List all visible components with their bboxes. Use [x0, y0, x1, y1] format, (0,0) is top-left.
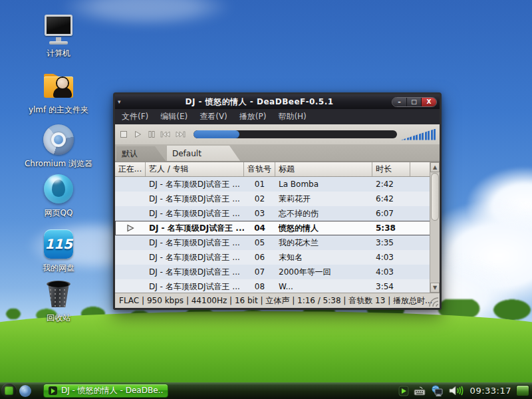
home-folder-icon [43, 70, 74, 102]
column-header-title[interactable]: 标题 [275, 162, 372, 176]
pause-button[interactable] [146, 128, 156, 140]
scrollbar-thumb[interactable] [431, 173, 439, 221]
keyboard-tray-icon[interactable] [414, 386, 426, 396]
playlist-tabbar: 默认 Default [115, 145, 440, 162]
start-menu-button[interactable] [1, 383, 17, 398]
scroll-up-icon[interactable]: ▲ [430, 162, 440, 172]
table-row[interactable]: DJ - 名车顶级DJ试音王 ...01La Bomba2:42 [115, 177, 434, 192]
playlist: 正在... 艺人 / 专辑 音轨号 标题 时长 DJ - 名车顶级DJ试音王 .… [115, 162, 440, 293]
ylmf-logo-icon [5, 386, 13, 395]
taskbar-item-label: DJ - 愤怒的情人 - DeaDBe… [61, 385, 163, 396]
scroll-down-icon[interactable]: ▼ [430, 283, 440, 293]
seek-bar[interactable] [194, 130, 397, 138]
computer-icon [43, 13, 74, 45]
menu-file[interactable]: 文件(F) [122, 111, 148, 122]
taskbar-chromium-icon[interactable] [19, 385, 31, 397]
taskbar: DJ - 愤怒的情人 - DeaDBe… 09:33:17 [0, 382, 532, 399]
maximize-button[interactable]: □ [407, 98, 422, 106]
tab-default[interactable]: Default [167, 146, 240, 161]
table-row-playing[interactable]: DJ - 名车顶级DJ试音王 ...04愤怒的情人5:38 [115, 221, 434, 235]
desktop-icon-netdisk[interactable]: 115 我的网盘 [22, 228, 95, 274]
table-row[interactable]: DJ - 名车顶级DJ试音王 ...06末知名4:03 [115, 250, 434, 265]
desktop-icon-label: 网页QQ [22, 207, 95, 219]
volume-bar[interactable] [401, 129, 436, 140]
deadbeef-window: ▾ DJ - 愤怒的情人 - DeaDBeeF-0.5.1 – □ X 文件(F… [113, 92, 442, 310]
vertical-scrollbar[interactable]: ▲ ▼ [430, 162, 440, 293]
chromium-icon [43, 124, 74, 156]
show-desktop-button[interactable] [516, 385, 529, 396]
recycle-bin-icon [43, 278, 74, 310]
webqq-icon [43, 173, 74, 205]
deadbeef-tray-icon[interactable] [398, 386, 409, 396]
table-row[interactable]: DJ - 名车顶级DJ试音王 ...05我的花木兰3:35 [115, 235, 434, 250]
menubar: 文件(F) 编辑(E) 查看(V) 播放(P) 帮助(H) [115, 109, 440, 124]
statusbar: FLAC | 950 kbps | 44100Hz | 16 bit | 立体声… [115, 293, 440, 308]
resize-grip[interactable] [428, 297, 439, 307]
seek-progress [194, 130, 239, 138]
volume-tray-icon[interactable] [448, 385, 466, 396]
desktop-icon-label: 回收站 [22, 313, 95, 324]
play-button[interactable] [133, 128, 143, 140]
window-title: DJ - 愤怒的情人 - DeaDBeeF-0.5.1 [127, 96, 392, 108]
desktop-icon-label: Chromium 浏览器 [22, 158, 95, 170]
desktop-icon-label: ylmf 的主文件夹 [22, 104, 95, 116]
menu-view[interactable]: 查看(V) [200, 111, 227, 122]
stop-button[interactable] [119, 128, 129, 140]
menu-edit[interactable]: 编辑(E) [160, 111, 188, 122]
close-button[interactable]: X [422, 98, 436, 106]
toolbar [115, 124, 440, 145]
tab-default-cn[interactable]: 默认 [116, 146, 166, 161]
desktop-icon-label: 我的网盘 [22, 263, 95, 274]
taskbar-clock[interactable]: 09:33:17 [470, 386, 511, 396]
minimize-button[interactable]: – [392, 98, 407, 106]
next-button[interactable] [175, 128, 186, 140]
desktop-icon-label: 计算机 [22, 48, 95, 59]
previous-button[interactable] [160, 128, 171, 140]
table-row[interactable]: DJ - 名车顶级DJ试音王 ...08W...3:54 [115, 279, 434, 293]
column-header-artist[interactable]: 艺人 / 专辑 [146, 162, 244, 176]
taskbar-item-deadbeef[interactable]: DJ - 愤怒的情人 - DeaDBe… [43, 384, 168, 398]
column-header-duration[interactable]: 时长 [372, 162, 410, 176]
window-menu-icon[interactable]: ▾ [118, 98, 127, 105]
desktop-icon-computer[interactable]: 计算机 [22, 13, 95, 59]
playlist-rows: DJ - 名车顶级DJ试音王 ...01La Bomba2:42 DJ - 名车… [115, 177, 434, 293]
system-tray: 09:33:17 [398, 385, 531, 396]
status-text: FLAC | 950 kbps | 44100Hz | 16 bit | 立体声… [119, 295, 432, 307]
playlist-header: 正在... 艺人 / 专辑 音轨号 标题 时长 [115, 162, 434, 177]
column-header-playing[interactable]: 正在... [115, 162, 146, 176]
netdisk-115-icon: 115 [43, 228, 74, 260]
window-buttons: – □ X [392, 97, 437, 107]
column-header-track[interactable]: 音轨号 [244, 162, 275, 176]
now-playing-icon [115, 224, 146, 232]
desktop-icon-home-folder[interactable]: ylmf 的主文件夹 [22, 70, 95, 116]
table-row[interactable]: DJ - 名车顶级DJ试音王 ...02茉莉花开6:42 [115, 192, 434, 206]
network-tray-icon[interactable] [430, 385, 444, 396]
desktop-icon-webqq[interactable]: 网页QQ [22, 173, 95, 219]
desktop-icon-chromium[interactable]: Chromium 浏览器 [22, 124, 95, 170]
table-row[interactable]: DJ - 名车顶级DJ试音王 ...072000年等一回4:03 [115, 265, 434, 279]
desktop-icon-recycle-bin[interactable]: 回收站 [22, 278, 95, 324]
table-row[interactable]: DJ - 名车顶级DJ试音王 ...03忘不掉的伤6:07 [115, 206, 434, 221]
titlebar[interactable]: ▾ DJ - 愤怒的情人 - DeaDBeeF-0.5.1 – □ X [115, 94, 440, 109]
menu-help[interactable]: 帮助(H) [278, 111, 306, 122]
deadbeef-icon [49, 386, 57, 395]
menu-playback[interactable]: 播放(P) [239, 111, 267, 122]
